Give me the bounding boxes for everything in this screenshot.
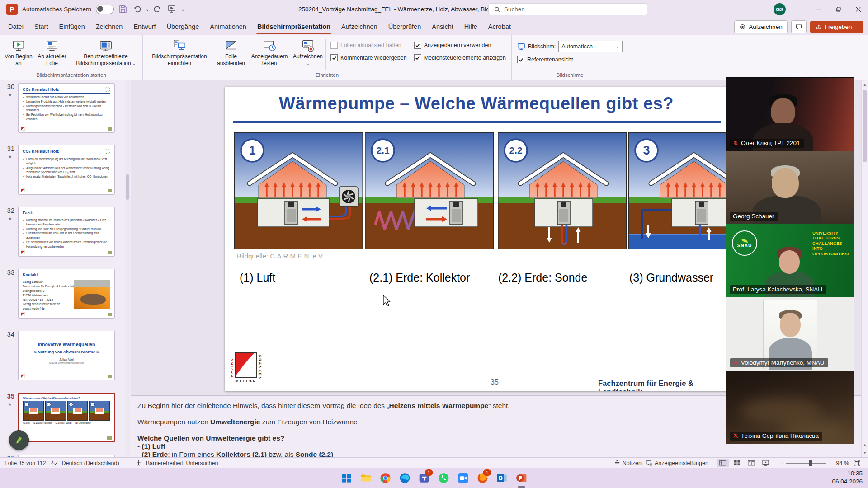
thumb-main-title: Innovative Wärmequellen [23,342,110,347]
spellcheck-icon[interactable] [51,460,57,466]
whatsapp-taskbar-icon[interactable] [437,471,451,485]
powerpoint-taskbar-icon[interactable] [515,471,528,485]
video-tile-1[interactable]: Олег Клєщ ТРТ 2201 [726,78,854,151]
slide-thumbnail-34[interactable]: Innovative Wärmequellen≈ Nutzung von Abw… [18,331,115,380]
record-button[interactable]: Aufzeichnen [734,20,787,33]
scroll-up-icon[interactable]: ▲ [862,81,868,88]
video-tile-2[interactable]: Georg Schauer [726,151,854,224]
tab-acrobat[interactable]: Acrobat [483,18,516,35]
tab-datei[interactable]: Datei [3,18,29,35]
customize-qat-icon[interactable]: ⌄ [181,7,184,12]
image-source-caption[interactable]: Bildquelle: C.A.R.M.E.N. e.V. [237,252,324,260]
mini-caption: (3) Grundwasser [75,422,91,424]
tab-übergänge[interactable]: Übergänge [161,18,205,35]
notes-toggle-button[interactable]: Notizen [614,460,642,466]
tab-ansicht[interactable]: Ansicht [426,18,459,35]
tab-hilfe[interactable]: Hilfe [459,18,483,35]
fit-to-window-icon[interactable] [854,460,860,466]
display-settings-button[interactable]: Anzeigeeinstellungen [646,460,708,466]
avatar[interactable]: GS [774,3,786,15]
slide-thumbnail-31[interactable]: CO₂ Kreislauf HolzDurch die Wertschöpfun… [18,145,115,195]
diagram-panel-2-2-erde-sonde: 2.2 [498,132,627,249]
banner-line: CHALLANGES [812,241,850,246]
video-tile-3[interactable]: SNAUUNIVERSITYTHAT TURNSCHALLANGESINTOOP… [726,224,854,297]
share-button[interactable]: Freigeben ⌄ [810,21,863,33]
undo-icon[interactable] [132,5,141,14]
search-input[interactable]: Suchen [488,3,647,15]
mini-bezirk-logo-icon [21,374,25,378]
maximize-button[interactable] [828,0,848,18]
firefox-taskbar-icon[interactable]: 1 [476,471,490,485]
thumbnail-scrollbar[interactable] [125,80,130,457]
accessibility-status[interactable]: Barrierefreiheit: Untersuchen [146,460,218,466]
folien-aktualisiert-halten-checkbox[interactable]: Folien aktualisiert halten [330,42,407,49]
presenter-view-checkbox[interactable] [517,56,524,63]
autosave-toggle[interactable] [96,5,114,14]
mic-muted-icon [733,433,739,439]
language-indicator[interactable]: Deutsch (Deutschland) [62,460,119,466]
zoom-taskbar-icon[interactable] [457,471,470,485]
outlook-taskbar-icon[interactable] [495,471,509,485]
tab-zeichnen[interactable]: Zeichnen [90,18,128,35]
slide-thumbnail-32[interactable]: Fazit:Nutzung maximal im Rahmen des jähr… [18,207,115,257]
slide-title[interactable]: Wärmepumpe – Welche Wärmequellen gibt es… [225,94,728,113]
zoom-in-icon[interactable]: + [828,460,831,466]
mediensteuerelemente-anzeigen-checkbox[interactable]: Mediensteuerelemente anzeigen [414,54,506,61]
slide-sorter-view-icon[interactable] [731,459,743,467]
folie-ausblenden-button[interactable]: Folie ausblenden [214,37,248,67]
ab-aktueller-folie-button[interactable]: Ab aktueller Folie [35,37,69,67]
previous-slide-icon[interactable]: ▲ [862,441,868,448]
logo-text-mittel: MITTEL [236,379,257,383]
document-scrollbar[interactable]: ▲ ▲ ▼ [861,80,868,457]
tab-start[interactable]: Start [29,18,54,35]
checkbox-label: Anzeigedauern verwenden [424,42,491,48]
slide-counter[interactable]: Folie 35 von 112 [5,460,46,466]
button-label: Benutzerdefinierte Bildschirmpräsentatio… [72,53,140,67]
close-button[interactable] [848,0,868,18]
start-taskbar-icon[interactable] [340,471,354,485]
undo-dropdown-icon[interactable]: ⌄ [146,7,149,12]
slide-editing-area[interactable]: Wärmepumpe – Welche Wärmequellen gibt es… [225,87,728,391]
tab-animationen[interactable]: Animationen [204,18,252,35]
draw-pen-button[interactable] [9,430,29,450]
tab-entwurf[interactable]: Entwurf [128,18,161,35]
reading-view-icon[interactable] [745,459,758,467]
von-beginn-an-button[interactable]: Von Beginn an [2,37,35,67]
document-title: 250204_Vorträge Nachmittag_FEL - Wärmene… [298,0,479,18]
slideshow-view-icon[interactable] [760,459,772,467]
taskbar-clock[interactable]: 10:35 06.04.2026 [832,469,863,486]
minimize-button[interactable] [808,0,828,18]
tab-aufzeichnen[interactable]: Aufzeichnen [336,18,383,35]
custom-show-icon [99,39,113,52]
tab-bildschirmpräsentation[interactable]: Bildschirmpräsentation [252,18,336,35]
chrome-taskbar-icon[interactable] [379,471,392,485]
participant-name-label: Prof. Larysa Kalachevska, SNAU [730,285,826,294]
thumb-bullet: Aufgrund der Altersstruktur der Wälder f… [23,166,110,175]
explorer-taskbar-icon[interactable] [359,471,373,485]
anzeigedauern-testen-button[interactable]: Anzeigedauern testen [248,37,291,67]
tab-einfügen[interactable]: Einfügen [53,18,90,35]
slide-thumbnail-33[interactable]: KontaktGeorg SchauerFachzentrum für Ener… [18,269,115,319]
slide-thumbnail-35[interactable]: Wärmepumpe – Welche Wärmequellen gibt es… [18,393,115,442]
video-tile-4[interactable]: Volodymyr Martynenko, MNAU [726,297,854,371]
kommentare-wiedergeben-checkbox[interactable]: Kommentare wiedergeben [330,54,407,61]
bildschirmpräsentation-einrichten-button[interactable]: Bildschirmpräsentation einrichten [145,37,214,67]
teams-taskbar-icon[interactable]: 1 [418,471,431,485]
tab-überprüfen[interactable]: Überprüfen [383,18,427,35]
anzeigedauern-verwenden-checkbox[interactable]: Anzeigedauern verwenden [414,42,506,49]
zoom-slider[interactable]: − + [780,460,832,466]
benutzerdefinierte-bildschirmpräsentation-button[interactable]: Benutzerdefinierte Bildschirmpräsentatio… [71,37,141,67]
redo-icon[interactable] [154,5,163,14]
zoom-level[interactable]: 94 % [836,460,849,466]
normal-view-icon[interactable] [717,459,729,467]
comments-button[interactable] [791,20,807,33]
next-slide-icon[interactable]: ▼ [862,449,868,456]
screen-select[interactable]: Automatisch⌄ [558,41,623,52]
aufzeichnen-button[interactable]: Aufzeichnen ⌄ [291,37,325,67]
save-icon[interactable] [118,5,127,14]
start-presentation-icon[interactable] [167,5,176,14]
video-tile-5[interactable]: Тетяна Сергіївна Ніколаєва [726,371,854,444]
edge-taskbar-icon[interactable] [398,471,412,485]
slide-thumbnail-30[interactable]: CO₂ Kreislauf HolzWaldumbau senkt das Ri… [18,83,115,133]
zoom-out-icon[interactable]: − [780,460,783,466]
